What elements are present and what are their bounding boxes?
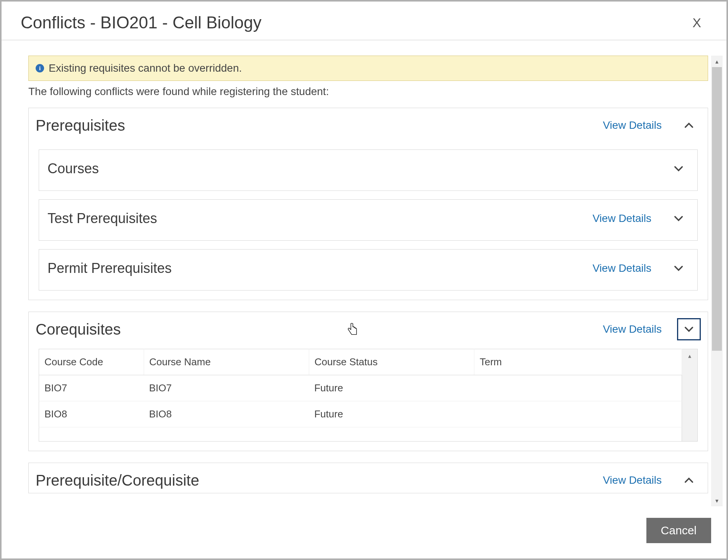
corequisites-header[interactable]: Corequisites View Details	[29, 312, 708, 342]
info-banner-text: Existing requisites cannot be overridden…	[49, 62, 242, 74]
chevron-up-icon	[684, 120, 694, 131]
dialog-header: Conflicts - BIO201 - Cell Biology X	[2, 2, 726, 40]
test-prereq-subpanel: Test Prerequisites View Details	[39, 199, 698, 241]
permit-prereq-title: Permit Prerequisites	[48, 260, 592, 276]
corequisites-collapse-toggle[interactable]	[677, 318, 701, 340]
cell-course-status: Future	[309, 375, 474, 401]
prereq-coreq-header[interactable]: Prerequisite/Corequisite View Details	[29, 463, 708, 493]
prereq-coreq-title: Prerequisite/Corequisite	[36, 472, 603, 489]
corequisites-table: Course Code Course Name Course Status Te…	[39, 349, 682, 442]
test-prereq-view-details[interactable]: View Details	[592, 212, 651, 225]
col-course-status[interactable]: Course Status	[309, 349, 474, 375]
dialog-scrollbar[interactable]: ▴ ▾	[711, 56, 723, 506]
chevron-down-icon	[673, 213, 684, 224]
prerequisites-title: Prerequisites	[36, 117, 603, 134]
scroll-thumb[interactable]	[712, 67, 722, 351]
test-prereq-title: Test Prerequisites	[48, 210, 592, 227]
permit-prereq-expand-toggle[interactable]	[667, 257, 690, 279]
prereq-coreq-panel: Prerequisite/Corequisite View Details	[28, 463, 708, 493]
col-course-code[interactable]: Course Code	[39, 349, 144, 375]
table-row	[39, 427, 682, 442]
prerequisites-collapse-toggle[interactable]	[677, 114, 701, 136]
prerequisites-header[interactable]: Prerequisites View Details	[29, 108, 708, 138]
chevron-down-icon	[673, 163, 684, 174]
test-prereq-expand-toggle[interactable]	[667, 207, 690, 230]
conflicts-dialog: Conflicts - BIO201 - Cell Biology X i Ex…	[2, 2, 726, 558]
close-button[interactable]: X	[692, 15, 707, 30]
chevron-up-icon	[684, 475, 694, 486]
cell-course-name: BIO7	[144, 375, 309, 401]
courses-title: Courses	[48, 161, 667, 177]
info-icon: i	[36, 64, 44, 72]
cell-course-status: Future	[309, 401, 474, 427]
cell-course-name: BIO8	[144, 401, 309, 427]
prerequisites-panel: Prerequisites View Details Courses	[28, 108, 708, 300]
chevron-down-icon	[684, 324, 694, 335]
prerequisites-view-details[interactable]: View Details	[603, 119, 662, 131]
dialog-body: i Existing requisites cannot be overridd…	[28, 56, 711, 506]
info-banner: i Existing requisites cannot be overridd…	[28, 56, 708, 81]
permit-prereq-header[interactable]: Permit Prerequisites View Details	[39, 250, 697, 290]
permit-prereq-view-details[interactable]: View Details	[592, 262, 651, 274]
scroll-down-icon[interactable]: ▾	[711, 495, 723, 506]
cell-course-code: BIO7	[39, 375, 144, 401]
scroll-up-icon[interactable]: ▴	[682, 349, 697, 362]
dialog-title: Conflicts - BIO201 - Cell Biology	[21, 13, 261, 32]
table-row[interactable]: BIO7 BIO7 Future	[39, 375, 682, 401]
scroll-up-icon[interactable]: ▴	[711, 56, 723, 67]
corequisites-title: Corequisites	[36, 321, 603, 338]
chevron-down-icon	[673, 263, 684, 274]
courses-subpanel: Courses	[39, 149, 698, 191]
col-course-name[interactable]: Course Name	[144, 349, 309, 375]
prereq-coreq-view-details[interactable]: View Details	[603, 474, 662, 486]
cell-term	[474, 401, 682, 427]
intro-text: The following conflicts were found while…	[28, 85, 708, 98]
table-row[interactable]: BIO8 BIO8 Future	[39, 401, 682, 427]
cell-course-code: BIO8	[39, 401, 144, 427]
test-prereq-header[interactable]: Test Prerequisites View Details	[39, 200, 697, 240]
col-term[interactable]: Term	[474, 349, 682, 375]
cell-term	[474, 375, 682, 401]
table-header-row: Course Code Course Name Course Status Te…	[39, 349, 682, 375]
corequisites-panel: Corequisites View Details	[28, 312, 708, 451]
table-scrollbar[interactable]: ▴	[682, 349, 698, 442]
courses-expand-toggle[interactable]	[667, 158, 690, 180]
cancel-button[interactable]: Cancel	[646, 518, 711, 543]
prereq-coreq-collapse-toggle[interactable]	[677, 469, 701, 491]
courses-header[interactable]: Courses	[39, 150, 697, 190]
permit-prereq-subpanel: Permit Prerequisites View Details	[39, 249, 698, 291]
dialog-footer: Cancel	[2, 506, 726, 558]
corequisites-view-details[interactable]: View Details	[603, 323, 662, 335]
